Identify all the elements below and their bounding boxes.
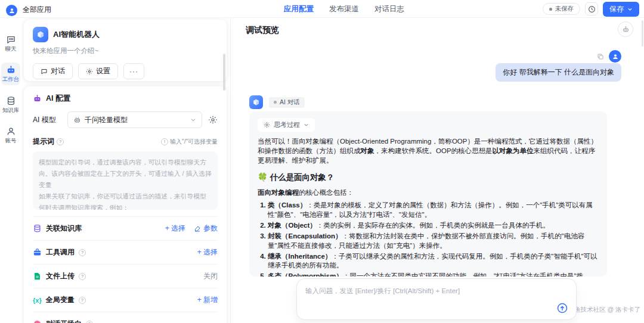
all-apps-link[interactable]: 全部应用 xyxy=(23,5,51,15)
topbar-right: 未保存 保存 xyxy=(543,0,640,18)
model-settings-button[interactable] xyxy=(208,115,218,125)
opening-remarks-label: 对话开场白 xyxy=(46,319,82,323)
tab-app-config[interactable]: 应用配置 xyxy=(284,4,314,14)
ai-concepts-lead: 面向对象编程的核心概念包括： xyxy=(258,188,599,198)
rail-item-knowledge[interactable]: 知识库 xyxy=(1,94,20,116)
ai-config-card: AI 配置 AI 模型 千问轻量模型 提示词 ? ! 输入"/"可选择变量 模型 xyxy=(24,86,227,323)
tab-publish-channel[interactable]: 发布渠道 xyxy=(329,4,359,14)
gear-icon xyxy=(86,68,93,75)
rail-item-chat[interactable]: 聊天 xyxy=(1,32,20,54)
app-subtitle: 快来给应用一个介绍~ xyxy=(33,46,218,55)
rail-item-label: 工作台 xyxy=(2,76,20,82)
ai-tag-badge: AI 对话 xyxy=(269,97,305,108)
user-avatar[interactable] xyxy=(6,5,17,16)
send-button[interactable] xyxy=(556,302,568,314)
list-item: 对象（Object）：类的实例，是实际存在的实体。例如，手机类的实例就是一台具体… xyxy=(268,221,599,231)
person-icon xyxy=(612,53,619,60)
help-icon[interactable]: ? xyxy=(86,321,93,323)
tab-conversation-log[interactable]: 对话日志 xyxy=(374,4,404,14)
settings-button[interactable]: 设置 xyxy=(78,63,118,79)
top-bar: 全部应用 应用配置 发布渠道 对话日志 未保存 保存 xyxy=(0,0,644,18)
rail-item-account[interactable]: 账号 xyxy=(1,124,20,146)
ai-message-card: 思考过程 当然可以！面向对象编程（Object-Oriented Program… xyxy=(249,111,607,277)
left-panel-scrollbar[interactable] xyxy=(223,54,225,91)
ai-heading-what-is-oop: 🍀 什么是面向对象？ xyxy=(258,172,599,184)
knowledge-base-row: 关联知识库 + 选择 参数 xyxy=(33,216,218,240)
file-icon xyxy=(33,272,42,281)
prompt-label-row: 提示词 ? xyxy=(33,136,64,147)
model-select[interactable]: 千问轻量模型 xyxy=(67,111,202,128)
chevron-down-icon xyxy=(304,122,309,128)
list-item: 类（Class）：类是对象的模板，定义了对象的属性（数据）和方法（操作）。例如，… xyxy=(268,201,599,220)
edit-icon xyxy=(194,225,201,232)
help-icon[interactable]: ? xyxy=(79,297,86,304)
file-upload-toggle[interactable]: 关闭 xyxy=(203,271,218,281)
opening-remarks-row: 对话开场白 ? xyxy=(33,312,218,323)
rail-item-label: 账号 xyxy=(5,138,17,144)
help-icon[interactable]: ? xyxy=(57,138,64,145)
knowledge-params-button[interactable]: 参数 xyxy=(194,223,218,234)
status-dot xyxy=(549,8,552,11)
thinking-process-toggle[interactable]: 思考过程 xyxy=(258,118,315,132)
send-icon xyxy=(556,302,568,314)
ai-avatar xyxy=(249,95,263,109)
robot-preview-button[interactable] xyxy=(618,21,633,37)
variable-add-button[interactable]: + 新增 xyxy=(197,295,218,305)
prompt-textarea[interactable]: 模型固定的引导词，通过调整该内容，可以引导模型聊天方向。该内容会被固定在上下文的… xyxy=(33,151,218,210)
ai-intro-paragraph: 当然可以！面向对象编程（Object-Oriented Programming，… xyxy=(258,137,599,166)
account-icon xyxy=(6,126,16,136)
more-button[interactable]: ··· xyxy=(123,63,144,79)
clock-icon xyxy=(588,5,596,13)
save-button-label: 保存 xyxy=(609,4,624,14)
left-rail: 聊天 工作台 知识库 账号 xyxy=(0,18,21,323)
list-item: 继承（Inheritance）：子类可以继承父类的属性和方法，实现代码复用。例如… xyxy=(268,252,599,271)
opening-chat-icon xyxy=(33,319,42,323)
robot-icon xyxy=(622,26,630,33)
unsaved-badge: 未保存 xyxy=(543,3,581,15)
unsaved-badge-label: 未保存 xyxy=(555,5,574,13)
settings-button-label: 设置 xyxy=(96,66,110,76)
rail-item-workbench[interactable]: 工作台 xyxy=(1,63,20,85)
history-button[interactable] xyxy=(585,2,598,15)
file-upload-label: 文件上传 xyxy=(46,271,75,281)
chat-input-box[interactable]: 输入问题，发送 [Enter]/换行 [Ctrl(Alt/Shift) + En… xyxy=(296,278,577,320)
ai-message-header: AI 对话 xyxy=(249,95,305,109)
chat-icon xyxy=(41,68,48,75)
chat-button-label: 对话 xyxy=(51,66,65,76)
app-window: 全部应用 应用配置 发布渠道 对话日志 未保存 保存 聊天 xyxy=(0,0,644,323)
ai-config-title: AI 配置 xyxy=(46,94,70,104)
chevron-down-icon xyxy=(190,117,196,123)
right-panel-scrollbar[interactable] xyxy=(642,20,643,46)
oop-concepts-list: 类（Class）：类是对象的模板，定义了对象的属性（数据）和方法（操作）。例如，… xyxy=(258,201,599,277)
debug-preview-title: 调试预览 xyxy=(246,25,279,36)
model-robot-icon xyxy=(73,116,81,124)
app-icon xyxy=(33,27,48,42)
user-message-header xyxy=(597,50,621,63)
app-title: AI智能机器人 xyxy=(53,29,100,40)
help-icon[interactable]: ? xyxy=(79,249,86,256)
knowledge-select-button[interactable]: + 选择 xyxy=(165,223,185,234)
save-button[interactable]: 保存 xyxy=(603,2,639,17)
info-icon: ! xyxy=(161,138,168,145)
file-upload-row: 文件上传 ? 关闭 xyxy=(33,264,218,288)
gear-icon xyxy=(208,115,218,125)
chat-icon xyxy=(6,35,16,45)
copy-button[interactable] xyxy=(597,53,604,60)
chat-button[interactable]: 对话 xyxy=(33,63,73,79)
model-label: AI 模型 xyxy=(33,115,67,125)
knowledge-base-label: 关联知识库 xyxy=(46,223,82,234)
global-variable-row: {x} 全局变量 ? + 新增 xyxy=(33,288,218,312)
thinking-icon xyxy=(264,122,270,128)
robot-icon xyxy=(6,65,16,75)
cube-icon xyxy=(36,30,45,39)
copy-icon xyxy=(597,53,604,60)
model-value: 千问轻量模型 xyxy=(85,115,187,125)
briefcase-icon xyxy=(33,248,42,257)
list-item: 封装（Encapsulation）：将数据和方法封装在类中，保护数据不被外部直接… xyxy=(268,232,599,251)
database-icon xyxy=(6,96,16,106)
help-icon[interactable]: ? xyxy=(79,273,86,280)
person-icon xyxy=(8,7,16,14)
tool-select-button[interactable]: + 选择 xyxy=(197,247,218,257)
ai-config-header: AI 配置 xyxy=(33,94,218,104)
braces-icon: {x} xyxy=(33,297,42,304)
